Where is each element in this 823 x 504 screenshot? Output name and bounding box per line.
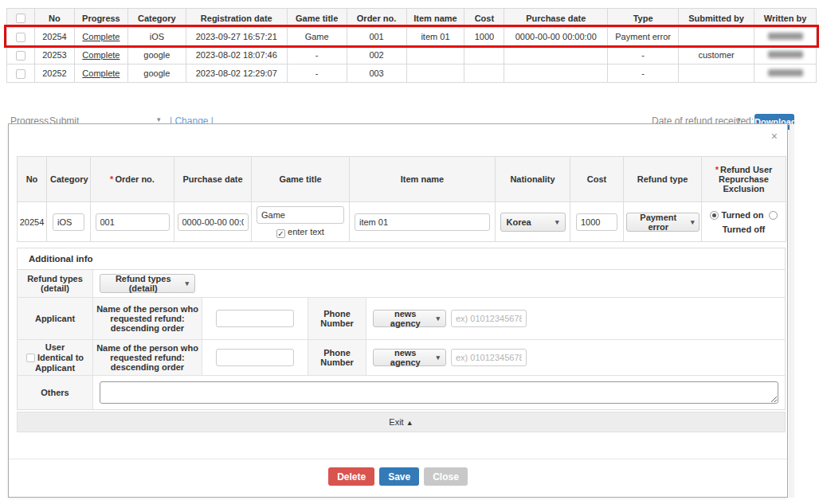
applicant-row: Applicant Name of the person who request… xyxy=(18,298,785,340)
row-checkbox[interactable] xyxy=(16,33,25,42)
form-no-value: 20254 xyxy=(18,202,47,242)
chevron-down-icon: ▾ xyxy=(185,279,189,287)
applicant-carrier-select[interactable]: news agency ▾ xyxy=(373,310,446,327)
cell-cost xyxy=(464,46,504,64)
cell-registration-date: 2023-08-02 18:07:46 xyxy=(186,46,287,64)
cell-type: - xyxy=(608,46,679,64)
results-table: No Progress Category Registration date G… xyxy=(6,8,817,83)
cost-input[interactable] xyxy=(576,213,617,231)
form-col-no: No xyxy=(18,157,47,202)
user-carrier-select[interactable]: news agency ▾ xyxy=(373,349,446,366)
applicant-phone-input[interactable] xyxy=(451,310,527,327)
user-identical-label: User Identical to Applicant xyxy=(18,340,93,375)
form-col-nationality: Nationality xyxy=(496,157,570,202)
applicant-label: Applicant xyxy=(18,298,93,339)
cell-game-title: - xyxy=(287,64,347,83)
table-row[interactable]: 20254 Complete iOS 2023-09-27 16:57:21 G… xyxy=(7,28,817,46)
cell-submitted-by xyxy=(679,28,754,46)
cell-game-title: Game xyxy=(287,28,347,46)
cell-no: 20254 xyxy=(34,28,74,46)
progress-link[interactable]: Complete xyxy=(82,68,120,78)
refund-types-label: Refund types (detail) xyxy=(18,270,93,297)
user-row: User Identical to Applicant Name of the … xyxy=(18,340,785,376)
cell-purchase-date xyxy=(504,64,608,83)
cell-purchase-date xyxy=(504,46,608,64)
delete-button[interactable]: Delete xyxy=(328,467,374,486)
form-col-purchase-date: Purchase date xyxy=(174,157,252,202)
refund-types-select[interactable]: Refund types (detail) ▾ xyxy=(100,274,195,293)
radio-turned-off[interactable] xyxy=(769,211,778,220)
user-name-input[interactable] xyxy=(216,349,294,366)
cell-type: - xyxy=(608,64,679,83)
page-scrollbar[interactable] xyxy=(790,124,794,498)
chevron-down-icon: ▾ xyxy=(691,218,695,226)
applicant-name-input[interactable] xyxy=(216,310,294,327)
category-input[interactable] xyxy=(53,213,84,231)
refund-types-row: Refund types (detail) Refund types (deta… xyxy=(18,270,785,298)
cell-no: 20252 xyxy=(34,64,74,83)
purchase-date-input[interactable] xyxy=(178,213,249,231)
col-game-title: Game title xyxy=(287,9,347,28)
col-purchase-date: Purchase date xyxy=(504,9,608,28)
user-phone-label: Phone Number xyxy=(308,340,366,375)
table-header-row: No Progress Category Registration date G… xyxy=(7,9,817,28)
written-by-redacted xyxy=(768,33,803,40)
others-row: Others xyxy=(18,376,785,409)
refund-detail-modal: × No Category *Order no. Purchase date G… xyxy=(8,123,788,498)
progress-link[interactable]: Complete xyxy=(82,32,120,41)
cell-cost xyxy=(464,64,504,83)
written-by-redacted xyxy=(768,51,803,58)
written-by-redacted xyxy=(768,69,803,76)
nationality-select[interactable]: Korea ▾ xyxy=(500,213,566,232)
refund-type-select[interactable]: Payment error ▾ xyxy=(626,213,700,232)
others-label: Others xyxy=(18,376,93,409)
turned-off-label: Turned off xyxy=(723,225,766,234)
progress-link[interactable]: Complete xyxy=(82,50,120,60)
select-all-cell[interactable] xyxy=(7,9,35,28)
user-name-label: Name of the person who requested refund:… xyxy=(93,340,202,375)
close-icon[interactable]: × xyxy=(771,131,778,142)
form-col-refund-user: *Refund User Repurchase Exclusion xyxy=(702,157,786,202)
col-registration-date: Registration date xyxy=(186,9,287,28)
additional-info-title: Additional info xyxy=(18,248,785,270)
col-no: No xyxy=(34,9,74,28)
enter-text-option[interactable]: ✓enter text xyxy=(253,227,347,238)
cell-no: 20253 xyxy=(34,46,74,64)
refund-form-table: No Category *Order no. Purchase date Gam… xyxy=(17,156,786,242)
order-no-input[interactable] xyxy=(96,213,170,231)
form-header-row: No Category *Order no. Purchase date Gam… xyxy=(18,157,786,202)
table-row[interactable]: 20253 Complete google 2023-08-02 18:07:4… xyxy=(7,46,817,64)
form-col-item-name: Item name xyxy=(350,157,496,202)
cell-category: google xyxy=(127,64,186,83)
item-name-input[interactable] xyxy=(355,213,490,231)
cell-category: google xyxy=(127,46,186,64)
cell-purchase-date: 0000-00-00 00:00:00 xyxy=(504,28,608,46)
identical-checkbox[interactable] xyxy=(26,354,35,362)
others-textarea[interactable] xyxy=(100,381,778,404)
enter-text-label: enter text xyxy=(288,227,324,236)
game-title-input[interactable] xyxy=(257,206,344,224)
exit-toggle[interactable]: Exit ▲ xyxy=(17,412,786,432)
modal-footer: Delete Save Close xyxy=(9,459,787,497)
radio-turned-on[interactable] xyxy=(710,211,719,220)
close-button[interactable]: Close xyxy=(424,467,468,486)
cell-submitted-by: customer xyxy=(679,46,754,64)
chevron-down-icon: ▾ xyxy=(436,354,440,361)
table-row[interactable]: 20252 Complete google 2023-08-02 12:29:0… xyxy=(7,64,817,83)
cell-registration-date: 2023-09-27 16:57:21 xyxy=(186,28,287,46)
cell-cost: 1000 xyxy=(464,28,504,46)
col-written-by: Written by xyxy=(754,9,817,28)
required-asterisk: * xyxy=(110,174,113,184)
form-col-refund-type: Refund type xyxy=(624,157,702,202)
cell-order-no: 002 xyxy=(347,46,406,64)
form-col-game-title: Game title xyxy=(252,157,350,202)
chevron-down-icon: ▾ xyxy=(157,115,161,123)
row-checkbox[interactable] xyxy=(16,51,25,61)
col-cost: Cost xyxy=(464,9,504,28)
save-button[interactable]: Save xyxy=(379,467,419,486)
row-checkbox[interactable] xyxy=(16,69,25,79)
user-phone-input[interactable] xyxy=(451,349,527,366)
select-all-checkbox[interactable] xyxy=(16,14,25,23)
checkbox-checked-icon[interactable]: ✓ xyxy=(276,229,285,238)
cell-item-name xyxy=(406,46,464,64)
